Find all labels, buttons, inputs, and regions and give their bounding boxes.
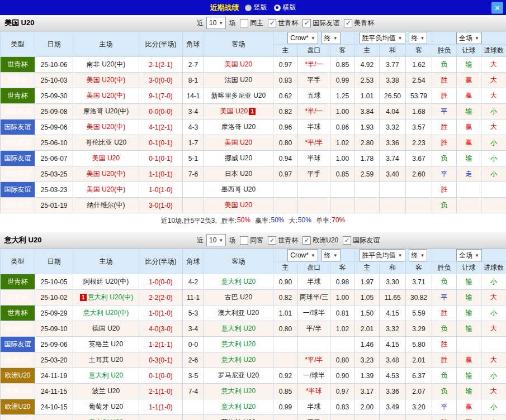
checkbox-icon: ✓: [268, 19, 276, 27]
avg-home-cell: 2.53: [355, 73, 380, 88]
odds-away-cell: 0.98: [330, 274, 355, 290]
orientation-radio[interactable]: 横版: [274, 3, 296, 12]
column-subheader: 进球数: [481, 262, 506, 274]
score-cell: 3-0(1-0): [139, 198, 183, 213]
odds-handicap-cell: 平手: [298, 415, 330, 420]
type-cell: 世青杯: [1, 306, 35, 321]
avg-away-cell: 3.29: [406, 321, 432, 337]
avg-odds-select[interactable]: 胜平负均值▼: [360, 32, 405, 44]
games-label: 场: [229, 236, 235, 245]
red-card-badge: 1: [80, 294, 87, 301]
filter-checkbox[interactable]: ✓世青杯: [268, 18, 298, 28]
date-cell: 25-09-06: [35, 120, 73, 135]
score-cell: 4-0(3-0): [139, 321, 183, 337]
avg-final-select-value: 终: [412, 34, 418, 43]
avg-odds-select[interactable]: 胜平负均值▼: [360, 249, 405, 261]
type-cell: 欧洲U20: [1, 384, 35, 399]
type-cell: 国际友谊: [1, 198, 35, 213]
date-cell: 25-10-03: [35, 73, 73, 88]
result-cell: 胜: [432, 306, 457, 321]
filter-checkbox[interactable]: ✓世青杯: [268, 236, 298, 245]
avg-away-cell: 30.82: [406, 290, 432, 306]
close-button[interactable]: ✕: [491, 2, 503, 13]
scope-select-value: 全场: [459, 34, 472, 43]
scope-select[interactable]: 全场▼: [456, 32, 482, 44]
handicap-result-cell: 输: [457, 104, 481, 120]
away-team-cell: 摩洛哥 U20: [204, 120, 273, 135]
avg-home-cell: 2.59: [355, 166, 380, 182]
avg-away-cell: 2.01: [406, 352, 432, 368]
date-cell: 25-10-02: [35, 290, 73, 306]
filter-checkbox[interactable]: 同客: [240, 236, 263, 245]
handicap-result-cell: 输: [457, 368, 481, 384]
avg-away-cell: [406, 182, 432, 198]
filter-controls: 近10▼场同主✓世青杯✓国际友谊✓美青杯: [197, 15, 374, 31]
avg-final-select[interactable]: 终▼: [409, 32, 428, 44]
avg-home-cell: 2.01: [355, 321, 380, 337]
sections-container: 美国 U20近10▼场同主✓世青杯✓国际友谊✓美青杯类型日期主场比分(半场)角球…: [0, 15, 506, 420]
type-cell: 世青杯: [1, 290, 35, 306]
away-team-cell: 意大利 U20: [204, 384, 273, 399]
avg-home-cell: 1.78: [355, 151, 380, 166]
filter-checkbox[interactable]: ✓美青杯: [344, 18, 374, 28]
away-team-cell: 美国 U20: [204, 57, 273, 73]
checkbox-label: 国际友谊: [353, 236, 380, 245]
odds-final-select[interactable]: 终▼: [321, 32, 341, 44]
odds-provider-select[interactable]: Crow*▼: [287, 32, 318, 44]
scope-select[interactable]: 全场▼: [456, 249, 482, 261]
date-cell: 25-09-30: [35, 88, 73, 104]
corners-cell: [183, 399, 204, 415]
checkbox-icon: [240, 19, 248, 27]
result-cell: 胜: [432, 182, 457, 198]
odds-final-select[interactable]: 终▼: [321, 249, 341, 261]
score-cell: 2-2(2-0): [139, 290, 183, 306]
match-row: 欧洲U2024-10-10意大利 U201-0(1-0)5-6英格兰 U200.…: [1, 415, 506, 420]
chevron-down-icon: ▼: [333, 36, 338, 41]
odds-away-cell: 0.86: [330, 120, 355, 135]
filter-controls: 近10▼场同客✓世青杯✓欧洲U20✓国际友谊: [197, 232, 380, 248]
near-label: 近: [197, 236, 204, 245]
avg-draw-cell: 26.50: [380, 88, 406, 104]
column-subheader: 客: [330, 262, 355, 274]
handicap-result-cell: 输: [457, 274, 481, 290]
goals-result-cell: 小: [481, 399, 506, 415]
handicap-result-cell: 赢: [457, 399, 481, 415]
odds-handicap-cell: 半球: [298, 399, 330, 415]
handicap-result-cell: [457, 198, 481, 213]
corners-cell: 5-3: [183, 306, 204, 321]
score-cell: 1-1(1-0): [139, 399, 183, 415]
filter-checkbox[interactable]: ✓国际友谊: [302, 18, 339, 28]
checkbox-icon: ✓: [343, 236, 351, 245]
goals-result-cell: 大: [481, 321, 506, 337]
filter-checkbox[interactable]: ✓国际友谊: [343, 236, 380, 245]
match-count-select[interactable]: 10▼: [206, 234, 226, 246]
stat-value: 50%: [271, 216, 284, 226]
team-name: 美国 U20: [0, 18, 34, 28]
filter-checkbox[interactable]: ✓欧洲U20: [302, 236, 338, 245]
avg-away-cell: 2.54: [406, 73, 432, 88]
avg-draw-cell: 3.32: [380, 321, 406, 337]
type-cell: 世青杯: [1, 88, 35, 104]
score-cell: 1-0(1-0): [139, 415, 183, 420]
column-subheader: 客: [406, 262, 432, 274]
corners-cell: 5-1: [183, 151, 204, 166]
orientation-radio[interactable]: 竖版: [245, 3, 267, 12]
filter-checkbox[interactable]: 同主: [240, 18, 263, 28]
avg-away-cell: 2.58: [406, 415, 432, 420]
handicap-result-cell: 赢: [457, 352, 481, 368]
match-count-select[interactable]: 10▼: [206, 17, 226, 29]
match-row: 国际友谊25-06-10哥伦比亚 U200-1(0-1)1-7美国 U200.8…: [1, 135, 506, 151]
avg-draw-cell: 3.74: [380, 151, 406, 166]
odds-home-cell: 0.90: [273, 274, 298, 290]
odds-provider-select[interactable]: Crow*▼: [287, 249, 318, 261]
chevron-down-icon: ▼: [398, 253, 403, 258]
handicap-result-cell: 赢: [457, 120, 481, 135]
avg-final-select[interactable]: 终▼: [409, 249, 428, 261]
away-team-cell: 美国 U201: [204, 104, 273, 120]
checkbox-label: 欧洲U20: [313, 236, 338, 245]
home-team-cell: 南非 U20(中): [73, 57, 139, 73]
type-cell: 欧洲U20: [1, 399, 35, 415]
corners-cell: 4-2: [183, 274, 204, 290]
odds-away-cell: 0.81: [330, 306, 355, 321]
checkbox-icon: ✓: [302, 19, 311, 27]
